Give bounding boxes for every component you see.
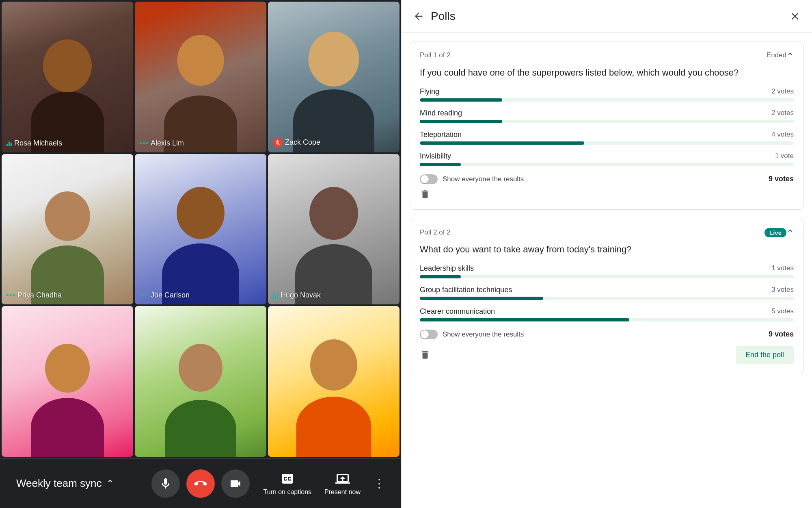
participant-name-joe: Joe Carlson (140, 291, 190, 300)
poll2-delete-button[interactable] (420, 350, 430, 360)
poll1-header: Poll 1 of 2 Ended ⌃ (420, 51, 794, 62)
poll-card-2: Poll 2 of 2 Live ⌃ What do you want to t… (410, 218, 804, 374)
participant-name-zack: Zack Cope (273, 138, 320, 148)
poll1-option-invisibility-label: Invisibility (420, 152, 451, 161)
bottom-toolbar: Weekly team sync ⌃ (0, 458, 401, 508)
muted-badge-zack (273, 138, 283, 148)
video-cell-rosa: Rosa Michaels (2, 2, 133, 152)
audio-bars-rosa (6, 140, 12, 146)
captions-label: Turn on captions (263, 488, 311, 496)
camera-icon (229, 477, 242, 490)
video-cell-p7 (2, 306, 133, 457)
poll2-actions: End the poll (420, 346, 794, 364)
poll2-collapse-button[interactable]: ⌃ (786, 228, 794, 239)
poll1-bar-flying-track (420, 98, 794, 102)
poll1-option-flying: Flying 2 votes (420, 87, 794, 102)
poll1-question: If you could have one of the superpowers… (420, 67, 794, 79)
poll2-status: Live (764, 228, 786, 237)
dots-priya (6, 294, 15, 296)
end-poll-button[interactable]: End the poll (736, 346, 794, 364)
delete-icon-2 (420, 350, 430, 360)
meeting-title: Weekly team sync (16, 477, 102, 490)
poll1-bar-mindreading-fill (420, 120, 502, 123)
poll2-bar-leadership-fill (420, 275, 461, 278)
mic-button[interactable] (151, 469, 180, 498)
poll1-option-teleportation-votes: 4 votes (771, 130, 794, 139)
poll1-bar-flying-fill (420, 98, 502, 102)
poll2-num: Poll 2 of 2 (420, 228, 451, 237)
poll2-header: Poll 2 of 2 Live ⌃ (420, 228, 794, 239)
polls-panel: Polls Poll 1 of 2 Ended ⌃ If you could h… (401, 0, 812, 508)
more-options-button[interactable]: ⋮ (374, 477, 385, 490)
mic-icon (159, 477, 172, 490)
poll-card-1: Poll 1 of 2 Ended ⌃ If you could have on… (410, 41, 804, 210)
poll1-total-votes: 9 votes (769, 175, 794, 183)
poll2-bar-group-track (420, 297, 794, 300)
poll2-option-communication-votes: 5 votes (771, 307, 794, 315)
close-icon (789, 11, 801, 22)
panel-title: Polls (431, 10, 783, 23)
poll2-option-group-votes: 3 votes (771, 286, 794, 294)
video-grid: Rosa Michaels Alexis Lim (2, 2, 400, 457)
poll1-option-flying-votes: 2 votes (771, 87, 794, 96)
present-icon (335, 471, 350, 486)
participant-name-rosa: Rosa Michaels (6, 139, 62, 148)
poll1-footer: Show everyone the results 9 votes (420, 174, 794, 184)
poll2-bar-communication-fill (420, 318, 629, 321)
dots-alexis (140, 142, 148, 144)
poll2-show-results-row: Show everyone the results (420, 330, 524, 339)
main-layout: Rosa Michaels Alexis Lim (0, 0, 812, 508)
video-grid-wrapper: Rosa Michaels Alexis Lim (0, 0, 401, 458)
end-call-icon (194, 477, 207, 490)
captions-button[interactable]: Turn on captions (263, 471, 311, 496)
poll2-show-results-toggle[interactable] (420, 330, 438, 339)
poll1-meta: Poll 1 of 2 Ended (420, 51, 786, 59)
poll1-bar-teleportation-fill (420, 141, 584, 145)
poll2-footer: Show everyone the results 9 votes (420, 330, 794, 339)
poll2-bar-communication-track (420, 318, 794, 321)
poll1-show-results-label: Show everyone the results (443, 175, 524, 183)
center-controls (151, 469, 250, 498)
video-cell-priya: Priya Chadha (2, 154, 133, 305)
poll1-collapse-button[interactable]: ⌃ (786, 51, 794, 62)
end-call-button[interactable] (186, 469, 215, 498)
poll1-option-teleportation: Teleportation 4 votes (420, 130, 794, 145)
poll1-num: Poll 1 of 2 (420, 51, 451, 59)
poll2-option-leadership-label: Leadership skills (420, 264, 474, 273)
video-cell-p8 (135, 306, 266, 457)
poll2-show-results-label: Show everyone the results (443, 330, 524, 339)
poll1-option-flying-label: Flying (420, 87, 439, 96)
poll1-option-mindreading: Mind reading 2 votes (420, 109, 794, 123)
poll1-option-invisibility: Invisibility 1 vote (420, 152, 794, 166)
poll1-option-mindreading-votes: 2 votes (771, 109, 794, 117)
delete-icon (420, 189, 430, 200)
poll2-question: What do you want to take away from today… (420, 243, 794, 256)
poll2-total-votes: 9 votes (769, 330, 794, 339)
poll1-show-results-toggle[interactable] (420, 174, 438, 184)
poll1-option-mindreading-label: Mind reading (420, 109, 462, 117)
participant-name-alexis: Alexis Lim (140, 139, 184, 148)
camera-button[interactable] (221, 469, 250, 498)
back-arrow-icon (413, 11, 424, 22)
poll1-status: Ended (767, 51, 786, 59)
meeting-chevron-button[interactable]: ⌃ (106, 478, 114, 489)
poll1-bar-invisibility-track (420, 163, 794, 166)
panel-back-button[interactable] (413, 11, 424, 22)
panel-header: Polls (402, 0, 812, 33)
video-cell-joe: Joe Carlson (135, 154, 266, 305)
panel-close-button[interactable] (789, 11, 801, 22)
polls-body: Poll 1 of 2 Ended ⌃ If you could have on… (402, 33, 812, 508)
left-panel: Rosa Michaels Alexis Lim (0, 0, 401, 508)
participant-name-priya: Priya Chadha (6, 291, 62, 300)
poll2-bar-leadership-track (420, 275, 794, 278)
participant-name-hugo: Hugo Novak (273, 291, 321, 300)
poll1-bar-teleportation-track (420, 141, 794, 145)
poll1-delete-button[interactable] (420, 189, 430, 200)
right-controls: Turn on captions Present now ⋮ (255, 471, 385, 496)
poll2-meta: Poll 2 of 2 Live (420, 228, 786, 237)
present-button[interactable]: Present now (324, 471, 361, 496)
poll2-option-leadership: Leadership skills 1 votes (420, 264, 794, 278)
present-label: Present now (324, 488, 361, 496)
poll1-bar-invisibility-fill (420, 163, 461, 166)
poll1-option-invisibility-votes: 1 vote (775, 152, 794, 160)
